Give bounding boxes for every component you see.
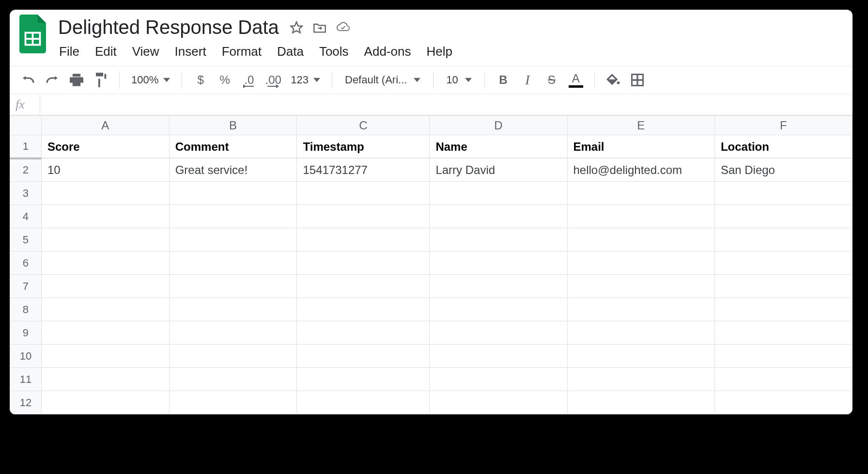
cell-D2[interactable]: Larry David: [430, 158, 567, 182]
decrease-decimal-button[interactable]: .0: [240, 71, 258, 89]
row-header-12[interactable]: 12: [10, 391, 42, 414]
formula-input[interactable]: [40, 94, 852, 115]
cell-F11[interactable]: [714, 368, 852, 391]
cell-E1[interactable]: Email: [567, 135, 714, 158]
cell-A5[interactable]: [41, 228, 169, 252]
cell-B12[interactable]: [169, 391, 297, 414]
cell-E11[interactable]: [567, 368, 714, 391]
cell-C1[interactable]: Timestamp: [297, 135, 430, 158]
increase-decimal-button[interactable]: .00: [264, 71, 282, 89]
cell-C11[interactable]: [297, 368, 430, 391]
cell-C8[interactable]: [297, 298, 430, 321]
menu-tools[interactable]: Tools: [319, 44, 349, 59]
fill-color-icon[interactable]: [604, 71, 622, 89]
cell-B1[interactable]: Comment: [169, 135, 297, 158]
col-header-F[interactable]: F: [714, 116, 852, 135]
cell-A1[interactable]: Score: [41, 135, 169, 158]
cell-A4[interactable]: [41, 205, 169, 228]
cell-F1[interactable]: Location: [714, 135, 852, 158]
cell-B9[interactable]: [169, 321, 297, 345]
col-header-E[interactable]: E: [567, 116, 714, 135]
cell-A9[interactable]: [41, 321, 169, 345]
cell-A7[interactable]: [41, 275, 169, 298]
cell-A3[interactable]: [41, 182, 169, 205]
paint-format-icon[interactable]: [92, 71, 109, 89]
cell-D1[interactable]: Name: [430, 135, 567, 158]
cell-B10[interactable]: [169, 345, 297, 368]
menu-file[interactable]: File: [59, 44, 79, 59]
cell-E10[interactable]: [567, 345, 714, 368]
row-header-10[interactable]: 10: [10, 345, 42, 368]
col-header-B[interactable]: B: [169, 116, 297, 135]
cell-A11[interactable]: [41, 368, 169, 391]
row-header-1[interactable]: 1: [10, 135, 42, 158]
cell-C3[interactable]: [297, 182, 430, 205]
cell-C7[interactable]: [297, 275, 430, 298]
document-title[interactable]: Delighted Response Data: [57, 15, 280, 40]
cloud-saved-icon[interactable]: [336, 21, 350, 34]
menu-edit[interactable]: Edit: [95, 44, 117, 59]
cell-D8[interactable]: [430, 298, 567, 321]
redo-icon[interactable]: [44, 71, 61, 89]
cell-F2[interactable]: San Diego: [714, 158, 852, 182]
cell-B7[interactable]: [169, 275, 297, 298]
cell-C6[interactable]: [297, 252, 430, 275]
cell-B11[interactable]: [169, 368, 297, 391]
cell-B3[interactable]: [169, 182, 297, 205]
cell-E8[interactable]: [567, 298, 714, 321]
cell-F4[interactable]: [714, 205, 852, 228]
menu-data[interactable]: Data: [277, 44, 304, 59]
cell-E6[interactable]: [567, 252, 714, 275]
cell-D6[interactable]: [430, 252, 567, 275]
cell-F8[interactable]: [714, 298, 852, 321]
cell-C9[interactable]: [297, 321, 430, 345]
print-icon[interactable]: [68, 71, 85, 89]
spreadsheet-grid[interactable]: A B C D E F 1 Score Comment Timestamp Na…: [10, 115, 852, 414]
cell-D11[interactable]: [430, 368, 567, 391]
cell-F3[interactable]: [714, 182, 852, 205]
menu-help[interactable]: Help: [426, 44, 452, 59]
cell-D5[interactable]: [430, 228, 567, 252]
cell-D12[interactable]: [430, 391, 567, 414]
strikethrough-button[interactable]: S: [543, 71, 560, 89]
borders-icon[interactable]: [629, 71, 646, 89]
star-icon[interactable]: [290, 21, 303, 34]
cell-F5[interactable]: [714, 228, 852, 252]
cell-D3[interactable]: [430, 182, 567, 205]
cell-C12[interactable]: [297, 391, 430, 414]
row-header-4[interactable]: 4: [10, 205, 42, 228]
cell-E12[interactable]: [567, 391, 714, 414]
cell-B6[interactable]: [169, 252, 297, 275]
cell-A10[interactable]: [41, 345, 169, 368]
col-header-D[interactable]: D: [430, 116, 567, 135]
italic-button[interactable]: I: [519, 71, 536, 89]
row-header-7[interactable]: 7: [10, 275, 42, 298]
menu-insert[interactable]: Insert: [175, 44, 206, 59]
cell-B5[interactable]: [169, 228, 297, 252]
row-header-2[interactable]: 2: [10, 158, 42, 182]
cell-A2[interactable]: 10: [41, 158, 169, 182]
cell-A8[interactable]: [41, 298, 169, 321]
cell-C5[interactable]: [297, 228, 430, 252]
undo-icon[interactable]: [19, 71, 37, 89]
bold-button[interactable]: B: [495, 71, 512, 89]
number-format-select[interactable]: 123: [289, 74, 322, 86]
cell-E5[interactable]: [567, 228, 714, 252]
select-all-corner[interactable]: [10, 116, 42, 135]
cell-A6[interactable]: [41, 252, 169, 275]
row-header-3[interactable]: 3: [10, 182, 42, 205]
cell-F9[interactable]: [714, 321, 852, 345]
row-header-5[interactable]: 5: [10, 228, 42, 252]
cell-E2[interactable]: hello@delighted.com: [567, 158, 714, 182]
cell-E9[interactable]: [567, 321, 714, 345]
cell-D9[interactable]: [430, 321, 567, 345]
format-currency-button[interactable]: $: [192, 71, 209, 89]
cell-E3[interactable]: [567, 182, 714, 205]
cell-D4[interactable]: [430, 205, 567, 228]
format-percent-button[interactable]: %: [216, 71, 233, 89]
col-header-A[interactable]: A: [41, 116, 169, 135]
cell-E7[interactable]: [567, 275, 714, 298]
col-header-C[interactable]: C: [297, 116, 430, 135]
cell-E4[interactable]: [567, 205, 714, 228]
font-size-select[interactable]: 10: [443, 74, 474, 86]
